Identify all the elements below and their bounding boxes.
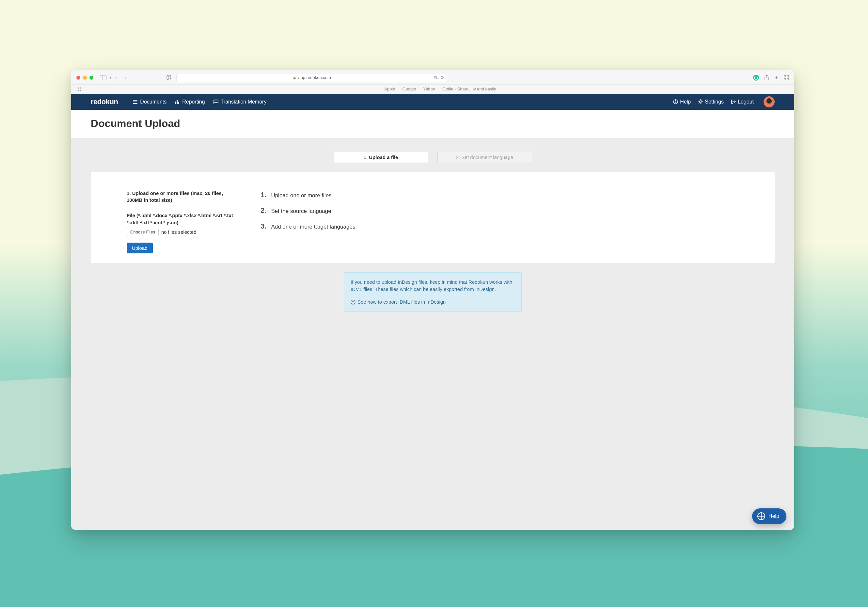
avatar[interactable]: [764, 96, 775, 107]
browser-chrome: ▾ ‹ › 🔒 app.redokun.com ⊡ₐ ⟳ +: [71, 70, 794, 85]
app-nav: redokun Documents Reporting Translation …: [71, 94, 794, 110]
chevron-down-icon[interactable]: ▾: [110, 76, 111, 79]
svg-line-32: [699, 100, 699, 101]
close-window-icon[interactable]: [76, 76, 80, 80]
filetypes-label: File (*.idml *.docx *.pptx *.xlsx *.html…: [127, 212, 238, 227]
minimize-window-icon[interactable]: [83, 76, 87, 80]
file-status: no files selected: [161, 229, 197, 235]
svg-point-8: [78, 87, 79, 87]
help-fab[interactable]: Help: [752, 508, 786, 524]
svg-rect-4: [787, 75, 789, 77]
instruction-item: 3.Add one or more target languages: [260, 221, 739, 231]
content-area: 1. Upload a file 2. Set document languag…: [71, 138, 794, 530]
svg-point-15: [80, 90, 81, 91]
instruction-text: Upload one or more files: [271, 192, 331, 200]
back-arrow-icon[interactable]: ‹: [115, 74, 119, 81]
instruction-text: Set the source language: [271, 207, 331, 216]
nav-label: Logout: [738, 99, 754, 105]
svg-point-14: [78, 90, 79, 91]
svg-point-13: [77, 90, 78, 91]
help-fab-label: Help: [769, 513, 779, 519]
shield-icon[interactable]: [166, 75, 171, 80]
bookmark-link[interactable]: Gofile - Share…ly and easily: [442, 87, 496, 92]
url-bar[interactable]: 🔒 app.redokun.com ⊡ₐ ⟳: [176, 73, 447, 82]
svg-rect-21: [178, 102, 179, 104]
translate-icon[interactable]: ⊡ₐ: [434, 75, 439, 80]
info-box: If you need to upload InDesign files, ke…: [344, 272, 522, 312]
nav-settings[interactable]: Settings: [698, 99, 724, 105]
grammarly-icon[interactable]: [753, 75, 759, 81]
instruction-text: Add one or more target languages: [271, 223, 355, 231]
svg-line-34: [702, 100, 702, 101]
upload-heading: 1. Upload one or more files (max. 20 fil…: [127, 190, 238, 203]
nav-reporting[interactable]: Reporting: [175, 99, 205, 105]
nav-label: Documents: [140, 99, 166, 105]
bookmark-link[interactable]: Apple: [384, 87, 395, 92]
svg-rect-17: [133, 102, 138, 102]
tab-overview-icon[interactable]: [784, 75, 789, 80]
info-link-text: See how to export IDML files in InDesign: [358, 298, 446, 306]
bookmarks-bar: Apple Google Yahoo Gofile - Share…ly and…: [71, 85, 794, 94]
svg-rect-18: [133, 103, 138, 104]
svg-text:?: ?: [675, 100, 677, 104]
nav-label: Reporting: [182, 99, 205, 105]
nav-translation-memory[interactable]: Translation Memory: [214, 99, 267, 105]
svg-point-9: [80, 87, 81, 87]
svg-rect-6: [787, 78, 789, 80]
step-tab-upload[interactable]: 1. Upload a file: [333, 152, 428, 163]
info-link[interactable]: ? See how to export IDML files in InDesi…: [350, 298, 515, 306]
nav-documents[interactable]: Documents: [133, 99, 166, 105]
svg-rect-5: [784, 78, 786, 80]
bookmark-link[interactable]: Yahoo: [423, 87, 435, 92]
nav-help[interactable]: ? Help: [673, 99, 691, 105]
logo[interactable]: redokun: [91, 98, 118, 106]
svg-point-27: [699, 101, 702, 103]
nav-label: Translation Memory: [221, 99, 267, 105]
svg-rect-16: [133, 100, 138, 101]
svg-rect-22: [214, 99, 218, 104]
upload-button[interactable]: Upload: [127, 242, 153, 253]
svg-rect-20: [177, 100, 178, 104]
svg-point-11: [78, 88, 79, 89]
nav-logout[interactable]: Logout: [731, 99, 754, 105]
svg-point-7: [77, 87, 78, 87]
bookmark-link[interactable]: Google: [402, 87, 416, 92]
traffic-lights: [76, 76, 93, 80]
page-title: Document Upload: [71, 110, 794, 138]
share-icon[interactable]: [764, 75, 769, 81]
nav-label: Settings: [705, 99, 724, 105]
maximize-window-icon[interactable]: [90, 76, 93, 80]
instruction-item: 2.Set the source language: [260, 205, 739, 216]
svg-rect-0: [100, 75, 106, 80]
lock-icon: 🔒: [293, 76, 296, 79]
apps-grid-icon[interactable]: [76, 87, 81, 91]
info-text: If you need to upload InDesign files, ke…: [350, 278, 515, 293]
choose-files-button[interactable]: Choose Files: [127, 228, 159, 236]
svg-rect-3: [784, 75, 786, 77]
lifebuoy-icon: [757, 512, 765, 520]
svg-point-10: [77, 88, 78, 89]
nav-label: Help: [680, 99, 691, 105]
url-text: app.redokun.com: [298, 75, 331, 80]
step-tab-language[interactable]: 2. Set document language: [437, 152, 532, 163]
svg-point-12: [80, 88, 81, 89]
svg-line-35: [699, 103, 699, 104]
question-circle-icon: ?: [350, 300, 355, 305]
svg-rect-19: [175, 102, 176, 104]
svg-line-33: [702, 103, 702, 104]
instruction-item: 1.Upload one or more files: [260, 190, 739, 200]
upload-panel: 1. Upload one or more files (max. 20 fil…: [91, 172, 775, 263]
sidebar-toggle-icon[interactable]: [100, 75, 106, 80]
new-tab-icon[interactable]: +: [775, 74, 778, 81]
browser-window: ▾ ‹ › 🔒 app.redokun.com ⊡ₐ ⟳ +: [71, 70, 794, 530]
svg-text:?: ?: [352, 300, 354, 304]
forward-arrow-icon[interactable]: ›: [123, 74, 128, 81]
reload-icon[interactable]: ⟳: [441, 75, 444, 80]
